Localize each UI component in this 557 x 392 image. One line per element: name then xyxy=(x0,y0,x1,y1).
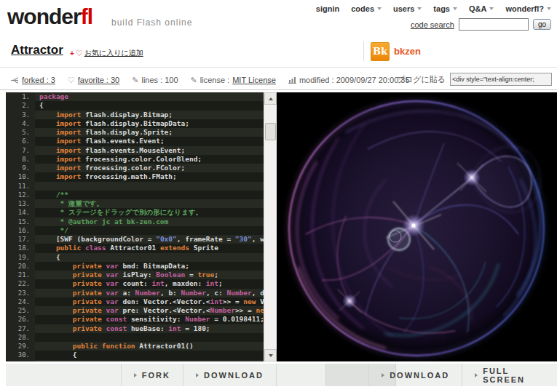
wonderfl-page: wonderfl build Flash online signin codes… xyxy=(0,0,557,392)
nav-item-wonderfl-help[interactable]: wonderfl? xyxy=(505,4,551,13)
nav-item-signin[interactable]: signin xyxy=(316,4,339,13)
code-text: * 激重です。 xyxy=(35,199,264,208)
code-line: 21. private var isPlay: Boolean = true; xyxy=(6,271,264,279)
code-text: private const sensitivity: Number = 0.01… xyxy=(35,315,264,324)
flash-player-stage[interactable] xyxy=(277,92,557,361)
line-number: 15. xyxy=(6,217,35,226)
full-screen-button[interactable]: FULL SCREEN xyxy=(462,364,557,386)
line-number: 8. xyxy=(6,155,35,164)
divider xyxy=(363,41,364,61)
heart-icon: ♡ xyxy=(76,49,83,58)
line-number: 3. xyxy=(6,111,35,119)
divider xyxy=(0,89,557,90)
favorite-stat: ♡ favorite : 30 xyxy=(68,76,119,85)
code-area[interactable]: 1.package2.{3. import flash.display.Bitm… xyxy=(6,92,264,361)
license-link[interactable]: MIT License xyxy=(232,76,276,84)
divider xyxy=(0,67,557,68)
arrow-down-icon xyxy=(269,354,273,357)
code-line: 14. * ステージをドラッグで別の形になります。 xyxy=(6,208,264,217)
forked-stat: forked : 3 xyxy=(10,76,55,84)
code-line: 15. * @author jc at bk-zen.com xyxy=(6,217,264,226)
blog-embed-label: ブログに貼る xyxy=(397,74,446,85)
line-number: 16. xyxy=(6,226,35,235)
code-line: 7. import flash.events.MouseEvent; xyxy=(6,146,264,155)
nav-item-users[interactable]: users xyxy=(393,4,422,13)
code-line: 30. { xyxy=(6,351,264,359)
lines-stat: ✎ lines : 100 xyxy=(132,76,178,85)
code-text: private var bmd: BitmapData; xyxy=(35,262,264,271)
logo-black-part: wonder xyxy=(7,4,81,28)
modified-icon xyxy=(288,76,296,84)
author-block: Bk bkzen xyxy=(363,41,421,61)
code-line: 6. import flash.events.Event; xyxy=(6,137,264,145)
attractor-visualization xyxy=(277,92,557,361)
editor-scrollbar[interactable] xyxy=(264,92,277,361)
code-meta-bar: forked : 3 ♡ favorite : 30 ✎ lines : 100… xyxy=(10,73,410,87)
code-text: private var a: Number, b: Number, c: Num… xyxy=(35,289,264,297)
modified-stat: modified : 2009/09/27 20:00:35 xyxy=(288,76,410,84)
favorite-link[interactable]: favorite : 30 xyxy=(78,76,119,84)
code-line: 13. * 激重です。 xyxy=(6,199,264,208)
arrow-right-icon xyxy=(134,373,137,377)
editor-actions: FORK DOWNLOAD xyxy=(6,364,277,386)
line-number: 10. xyxy=(6,172,35,181)
code-line: 8. import frocessing.color.ColorBlend; xyxy=(6,155,264,164)
search-input[interactable] xyxy=(459,18,529,31)
line-number: 24. xyxy=(6,297,35,306)
scrollbar-thumb[interactable] xyxy=(265,123,276,140)
line-number: 25. xyxy=(6,306,35,315)
chevron-down-icon xyxy=(377,7,382,10)
avatar[interactable]: Bk xyxy=(371,42,390,61)
line-number: 27. xyxy=(6,324,35,333)
code-editor: 1.package2.{3. import flash.display.Bitm… xyxy=(6,92,277,361)
line-number: 12. xyxy=(6,191,35,199)
code-line: 5. import flash.display.Sprite; xyxy=(6,128,264,137)
wonderfl-logo[interactable]: wonderfl xyxy=(7,4,92,29)
code-text: * ステージをドラッグで別の形になります。 xyxy=(35,208,264,217)
arrow-right-icon xyxy=(196,373,199,377)
code-line: 27. private const hueBase: int = 180; xyxy=(6,324,264,333)
code-text: /** xyxy=(35,191,264,199)
go-button[interactable]: go xyxy=(533,19,551,30)
line-number: 11. xyxy=(6,182,35,191)
code-line: 23. private var a: Number, b: Number, c:… xyxy=(6,289,264,297)
line-number: 20. xyxy=(6,262,35,271)
author-username-link[interactable]: bkzen xyxy=(394,46,421,57)
code-text: import flash.events.Event; xyxy=(35,137,264,145)
action-bar: FORK DOWNLOAD DOWNLOAD FULL SCREEN xyxy=(6,364,557,386)
scroll-down-button[interactable] xyxy=(264,349,277,361)
chevron-down-icon xyxy=(417,7,422,10)
code-line: 28. xyxy=(6,333,264,342)
code-text: [SWF (backgroundColor = "0x0", frameRate… xyxy=(35,235,264,244)
line-number: 5. xyxy=(6,128,35,137)
modified-label: modified : 2009/09/27 20:00:35 xyxy=(299,76,410,84)
download-swf-button[interactable]: DOWNLOAD xyxy=(368,364,462,386)
code-text xyxy=(35,360,264,362)
line-number: 7. xyxy=(6,146,35,155)
code-text: { xyxy=(35,351,264,359)
line-number: 31. xyxy=(6,360,35,362)
nav-item-qa[interactable]: Q&A xyxy=(469,4,494,13)
fork-button[interactable]: FORK xyxy=(121,364,183,386)
pencil-icon: ✎ xyxy=(191,76,197,85)
code-text: package xyxy=(35,92,264,101)
forked-link[interactable]: forked : 3 xyxy=(22,76,55,84)
chevron-down-icon xyxy=(453,7,457,10)
code-line: 25. private var pre: Vector.<Vector.<Num… xyxy=(6,306,264,315)
code-text: private var den: Vector.<Vector.<int>> =… xyxy=(35,297,264,306)
blog-embed-input[interactable] xyxy=(450,73,552,86)
line-number: 30. xyxy=(6,351,35,359)
nav-item-codes[interactable]: codes xyxy=(351,4,382,13)
add-to-favorites-link[interactable]: + ♡ お気に入りに追加 xyxy=(70,48,143,58)
download-code-button[interactable]: DOWNLOAD xyxy=(183,364,277,386)
code-search-link[interactable]: code search xyxy=(411,20,454,29)
logo-red-part: fl xyxy=(81,4,92,28)
code-text: import flash.display.BitmapData; xyxy=(35,119,264,128)
code-text: private const hueBase: int = 180; xyxy=(35,324,264,333)
line-number: 14. xyxy=(6,208,35,217)
scroll-up-button[interactable] xyxy=(264,92,277,105)
page-title[interactable]: Attractor xyxy=(11,43,63,57)
code-text: */ xyxy=(35,226,264,235)
nav-item-tags[interactable]: tags xyxy=(433,4,457,13)
line-number: 19. xyxy=(6,253,35,262)
